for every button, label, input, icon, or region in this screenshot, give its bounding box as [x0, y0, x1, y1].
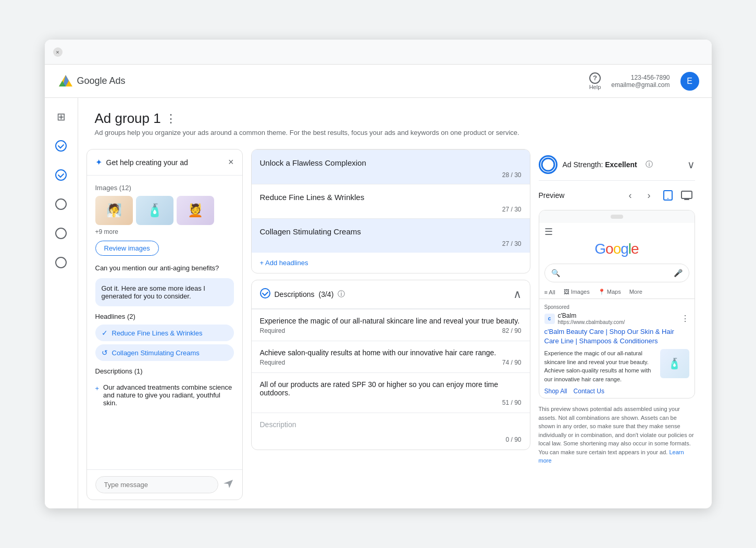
sponsored-label: Sponsored: [544, 304, 689, 310]
desc-text-1[interactable]: Experience the magic of our all-natural …: [252, 309, 530, 327]
ad-body-row: Experience the magic of our all-natural …: [544, 349, 689, 383]
phone-mockup: ☰ Google 🔍 🎤 ≡ All 🖼: [539, 210, 695, 398]
add-headlines-button[interactable]: + Add headlines: [260, 259, 308, 267]
ai-panel-body: Images (12) 🧖 🧴 💆: [87, 176, 242, 469]
ai-message-input[interactable]: [95, 476, 218, 493]
headline-char-3: 27 / 30: [252, 238, 530, 253]
ai-panel-header: ✦ Get help creating your ad ×: [87, 150, 242, 176]
desc-required-1: Required: [260, 327, 286, 334]
more-vert-icon[interactable]: ⋮: [165, 112, 177, 126]
cursor-icon: ↺: [102, 348, 108, 357]
account-phone: 123-456-7890: [611, 74, 670, 81]
headline-row-3: Collagen Stimulating Creams 27 / 30: [252, 218, 530, 253]
svg-point-4: [56, 170, 66, 180]
phone-notch: [611, 215, 623, 219]
title-row: Ad group 1 ⋮: [95, 110, 695, 127]
mobile-preview-button[interactable]: [660, 187, 676, 204]
next-button[interactable]: ›: [641, 187, 658, 204]
ai-panel-close-icon[interactable]: ×: [228, 157, 234, 168]
help-label: Help: [589, 84, 601, 90]
sidebar-icon-check-1[interactable]: [51, 135, 71, 156]
image-thumb-1[interactable]: 🧖: [95, 196, 133, 225]
headline-text-3[interactable]: Collagen Stimulating Creams: [252, 219, 530, 238]
headline-text-1[interactable]: Unlock a Flawless Complexion: [252, 150, 530, 169]
images-title: Images (12): [95, 184, 234, 192]
ad-name: c'Balm: [558, 312, 625, 319]
desktop-preview-button[interactable]: [678, 187, 695, 204]
phone-nav-links: ≡ All 🖼 Images 📍 Maps More: [539, 285, 695, 299]
desc-collapse-icon[interactable]: ∧: [513, 288, 522, 301]
image-thumb-3[interactable]: 💆: [177, 196, 214, 225]
desc-text-2[interactable]: Achieve salon-quality results at home wi…: [252, 341, 530, 359]
ad-card: Sponsored c c'Balm https://www.cbalmbaut…: [539, 299, 695, 398]
ad-strength-info-icon[interactable]: ⓘ: [646, 160, 653, 169]
avatar[interactable]: E: [680, 72, 699, 91]
svg-point-5: [56, 199, 66, 209]
help-icon: ?: [589, 72, 601, 84]
strength-label-text: Ad Strength:: [563, 160, 603, 169]
svg-rect-13: [681, 191, 692, 198]
headline-row-2: Reduce Fine Lines & Wrinkles 27 / 30: [252, 184, 530, 218]
disclaimer-text: This preview shows potential ads assembl…: [539, 406, 694, 455]
ai-headline-chip-1[interactable]: ✓ Reduce Fine Lines & Wrinkles: [95, 325, 234, 341]
nav-images[interactable]: 🖼 Images: [564, 289, 590, 295]
check-icon-1: ✓: [102, 329, 108, 337]
preview-nav: ‹ ›: [622, 187, 695, 204]
phone-search-bar[interactable]: 🔍 🎤: [544, 264, 689, 282]
headline-char-1: 28 / 30: [252, 169, 530, 184]
svg-point-8: [261, 289, 270, 298]
ad-more-icon[interactable]: ⋮: [681, 314, 689, 323]
desc-text-3[interactable]: All of our products are rated SPF 30 or …: [252, 373, 530, 399]
image-thumb-2[interactable]: 🧴: [136, 196, 173, 225]
ad-links: Shop All Contact Us: [544, 388, 689, 395]
ad-link-contact[interactable]: Contact Us: [574, 388, 604, 395]
send-button[interactable]: [222, 478, 234, 492]
ai-panel: ✦ Get help creating your ad × Images (12…: [86, 149, 243, 500]
ad-strength-circle: [539, 155, 557, 174]
headlines-section: Unlock a Flawless Complexion 28 / 30 Red…: [251, 149, 530, 273]
content-area: Ad group 1 ⋮ Ad groups help you organize…: [78, 98, 712, 508]
sidebar-icon-check-2[interactable]: [51, 165, 71, 185]
nav-more[interactable]: More: [629, 289, 642, 295]
ai-headline-chip-2[interactable]: ↺ Collagen Stimulating Creams: [95, 344, 234, 361]
svg-point-6: [56, 228, 66, 239]
ad-url: https://www.cbalmbauty.com/: [558, 319, 625, 325]
three-col-layout: ✦ Get help creating your ad × Images (12…: [78, 141, 712, 508]
desc-count: (3/4): [319, 290, 334, 298]
desc-required-2: Required: [260, 359, 286, 366]
brand-name: Google Ads: [77, 76, 126, 86]
sidebar-icon-circle-1[interactable]: [51, 194, 71, 215]
page-subtitle: Ad groups help you organize your ads aro…: [95, 129, 695, 136]
sidebar-icon-circle-3[interactable]: [51, 252, 71, 273]
ai-panel-title: ✦ Get help creating your ad: [95, 157, 188, 167]
desc-info-icon[interactable]: ⓘ: [338, 290, 345, 299]
page-header: Ad group 1 ⋮ Ad groups help you organize…: [78, 98, 712, 141]
desc-row-2: Achieve salon-quality results at home wi…: [252, 341, 530, 372]
ai-description-item: + Our advanced treatments combine scienc…: [95, 379, 234, 411]
nav-all[interactable]: ≡ All: [544, 289, 555, 295]
review-images-button[interactable]: Review images: [95, 241, 159, 256]
svg-point-12: [667, 198, 668, 199]
ad-body-text: Experience the magic of our all-natural …: [544, 349, 657, 383]
sidebar-icon-circle-2[interactable]: [51, 223, 71, 244]
help-button[interactable]: ? Help: [589, 72, 601, 90]
browser-chrome: ×: [45, 40, 712, 65]
prev-button[interactable]: ‹: [622, 187, 639, 204]
ad-strength-chevron-icon[interactable]: ∨: [687, 158, 695, 171]
headline-row-1: Unlock a Flawless Complexion 28 / 30: [252, 150, 530, 184]
sidebar-icon-dashboard[interactable]: ⊞: [51, 106, 71, 127]
desc-row-3: All of our products are rated SPF 30 or …: [252, 372, 530, 413]
close-button[interactable]: ×: [53, 47, 63, 57]
hamburger-icon[interactable]: ☰: [544, 226, 553, 238]
desc-section-header: Descriptions (3/4) ⓘ ∧: [252, 280, 530, 309]
desc-placeholder-4[interactable]: Description: [252, 413, 530, 436]
ai-headline-1-text: Reduce Fine Lines & Wrinkles: [112, 329, 203, 337]
ad-link-shop-all[interactable]: Shop All: [544, 388, 567, 395]
nav-maps[interactable]: 📍 Maps: [598, 289, 621, 295]
headline-text-2[interactable]: Reduce Fine Lines & Wrinkles: [252, 184, 530, 204]
phone-browser-row: ☰: [539, 223, 695, 240]
ad-headline[interactable]: c'Balm Beauty Care | Shop Our Skin & Hai…: [544, 327, 689, 346]
google-logo: Google: [539, 240, 695, 260]
ai-descriptions-title: Descriptions (1): [95, 367, 234, 375]
desc-char-1: 82 / 90: [502, 327, 522, 334]
